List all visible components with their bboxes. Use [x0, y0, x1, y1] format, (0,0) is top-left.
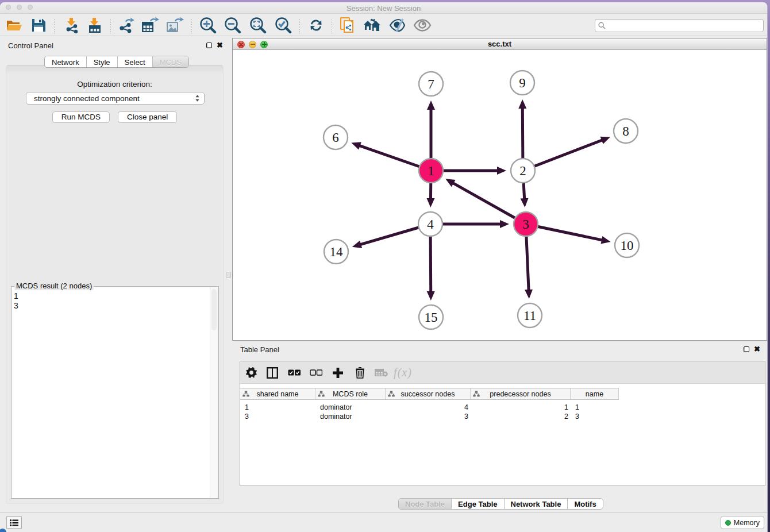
show-graphics-details-icon[interactable] [413, 17, 432, 34]
table-row[interactable]: 3dominator323 [240, 412, 619, 421]
graph-node-label: 8 [622, 124, 629, 138]
mcds-result-item: 1 [14, 291, 209, 301]
tab-edge-table[interactable]: Edge Table [452, 499, 504, 509]
tab-network-table[interactable]: Network Table [505, 499, 568, 509]
search-field[interactable] [595, 19, 764, 32]
table-delete-table-icon[interactable] [371, 361, 391, 384]
table-function-builder-icon[interactable]: f(x) [390, 361, 416, 384]
control-panel-float-icon[interactable] [206, 43, 212, 48]
network-title: scc.txt [233, 40, 767, 48]
export-image-icon[interactable] [165, 17, 184, 34]
import-table-icon[interactable] [85, 17, 105, 34]
column-header-name[interactable]: name [571, 388, 619, 399]
result-scrollbar[interactable] [210, 287, 218, 498]
table-panel-close-icon[interactable]: ✖ [754, 346, 760, 352]
table-toolbar: f(x) [240, 361, 765, 384]
toolbar-separator [110, 19, 111, 34]
window-titlebar: Session: New Session [0, 2, 767, 14]
graph-node-9[interactable]: 9 [510, 71, 534, 95]
task-history-button[interactable] [6, 516, 22, 529]
tab-style[interactable]: Style [87, 56, 118, 67]
memory-label: Memory [734, 519, 760, 527]
graph-node-label: 7 [428, 77, 434, 91]
graph-node-3[interactable]: 3 [514, 212, 538, 236]
zoom-in-icon[interactable] [198, 17, 218, 34]
table-split-view-icon[interactable] [262, 361, 283, 384]
run-mcds-button[interactable]: Run MCDS [52, 111, 110, 123]
column-header-shared-name[interactable]: shared name [240, 388, 315, 399]
graph-node-8[interactable]: 8 [614, 119, 638, 143]
network-frame: scc.txt 7968124314101511 [232, 38, 767, 341]
import-network-icon[interactable] [62, 17, 82, 34]
toolbar-separator [332, 19, 332, 34]
tab-select[interactable]: Select [118, 56, 153, 67]
column-header-successor-nodes[interactable]: successor nodes [386, 388, 471, 399]
table-delete-column-icon[interactable] [349, 361, 370, 384]
table-cell: dominator [315, 412, 386, 421]
save-session-icon[interactable] [29, 17, 48, 34]
control-panel-close-icon[interactable]: ✖ [217, 43, 223, 48]
table-deselect-all-icon[interactable] [306, 361, 326, 384]
graph-node-4[interactable]: 4 [418, 212, 442, 236]
network-frame-titlebar: scc.txt [233, 38, 767, 50]
column-header-predecessor-nodes[interactable]: predecessor nodes [471, 388, 571, 399]
tab-mcds[interactable]: MCDS [153, 56, 188, 67]
graph-node-14[interactable]: 14 [324, 240, 348, 264]
vertical-splitter-grip[interactable] [226, 272, 231, 278]
graph-node-6[interactable]: 6 [324, 125, 348, 149]
graph-arrowhead [426, 198, 434, 207]
toolbar-separator [54, 19, 55, 34]
table-panel-float-icon[interactable] [744, 346, 749, 352]
tab-network[interactable]: Network [45, 56, 87, 67]
zoom-selected-icon[interactable] [274, 17, 293, 34]
graph-arrowhead [525, 290, 533, 299]
tab-motifs[interactable]: Motifs [568, 499, 602, 509]
graph-node-label: 4 [427, 217, 434, 232]
table-settings-icon[interactable] [241, 361, 261, 384]
graph-arrowhead [601, 236, 611, 244]
criterion-dropdown[interactable]: strongly connected component [26, 92, 205, 105]
duplicate-network-icon[interactable] [338, 17, 357, 34]
control-panel: Control Panel ✖ NetworkStyleSelectMCDS O… [0, 37, 225, 512]
graph-node-label: 2 [519, 164, 526, 178]
graph-arrowhead [500, 220, 509, 228]
zoom-out-icon[interactable] [223, 17, 242, 34]
graph-node-label: 10 [621, 238, 634, 253]
graph-arrowhead [518, 99, 526, 109]
table-tabs: Node TableEdge TableNetwork TableMotifs [398, 498, 603, 510]
close-panel-button[interactable]: Close panel [118, 111, 177, 123]
network-overview-icon[interactable] [363, 17, 382, 34]
table-cell: 4 [386, 403, 471, 412]
graph-node-2[interactable]: 2 [511, 159, 535, 183]
graph-edge-2-8[interactable] [523, 140, 603, 171]
table-cell: 3 [386, 412, 471, 421]
column-header-MCDS-role[interactable]: MCDS role [315, 388, 386, 399]
table-select-all-icon[interactable] [284, 361, 305, 384]
open-session-icon[interactable] [4, 17, 24, 34]
optimization-criterion-label: Optimization criterion: [6, 80, 223, 88]
table-row[interactable]: 1dominator411 [240, 403, 619, 412]
mcds-result-list[interactable]: 13 [14, 291, 209, 497]
table-header-row: shared nameMCDS rolesuccessor nodesprede… [240, 388, 619, 400]
search-icon [598, 22, 606, 29]
table-add-column-icon[interactable] [328, 361, 348, 384]
search-input[interactable] [608, 22, 763, 30]
table-cell: 2 [471, 412, 571, 421]
table-cell: 1 [471, 403, 571, 412]
graph-node-label: 6 [332, 130, 339, 145]
graph-node-11[interactable]: 11 [518, 303, 542, 327]
tab-node-table[interactable]: Node Table [399, 499, 452, 509]
export-table-icon[interactable] [140, 17, 160, 34]
graph-node-10[interactable]: 10 [615, 233, 639, 257]
hide-graphics-details-icon[interactable] [388, 17, 407, 34]
table-cell: 1 [240, 403, 315, 412]
export-network-icon[interactable] [117, 17, 136, 34]
graph-node-15[interactable]: 15 [419, 305, 443, 329]
table-panel-title: Table Panel [240, 345, 279, 354]
refresh-icon[interactable] [306, 17, 326, 34]
network-canvas[interactable]: 7968124314101511 [233, 50, 767, 340]
graph-node-7[interactable]: 7 [419, 72, 443, 96]
graph-node-1[interactable]: 1 [419, 159, 443, 183]
memory-button[interactable]: Memory [721, 516, 764, 529]
zoom-fit-icon[interactable] [248, 17, 268, 34]
